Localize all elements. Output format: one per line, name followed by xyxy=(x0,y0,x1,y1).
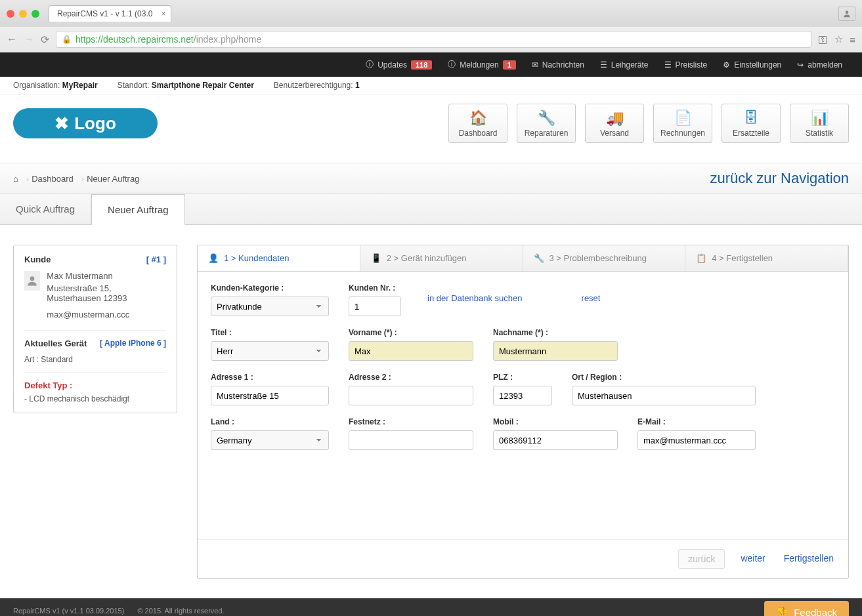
titel-label: Titel : xyxy=(211,328,329,337)
nav-abmelden[interactable]: ↪ abmelden xyxy=(789,52,850,77)
browser-tab[interactable]: RepairCMS v1 - v 1.1 (03.0 × xyxy=(49,5,171,22)
nav-meldungen-label: Meldungen xyxy=(460,60,498,70)
nav-updates-label: Updates xyxy=(377,60,407,70)
breadcrumb-row: ⌂ › Dashboard › Neuer Auftrag zurück zur… xyxy=(0,163,862,194)
addr1-input[interactable] xyxy=(211,386,329,405)
nav-leihgeraete[interactable]: ☰ Leihgeräte xyxy=(592,52,657,77)
nachname-input[interactable] xyxy=(493,341,618,361)
step-1[interactable]: 👤1 > Kundendaten xyxy=(198,245,360,271)
festnetz-input[interactable] xyxy=(349,430,473,450)
menu-icon[interactable]: ≡ xyxy=(850,34,855,45)
mobil-input[interactable] xyxy=(493,430,618,450)
info-icon: ⓘ xyxy=(366,59,374,70)
nav-einstellungen-label: Einstellungen xyxy=(734,60,781,70)
nav-updates[interactable]: ⓘ Updates 118 xyxy=(358,52,440,77)
address-bar[interactable]: 🔒 https://deutsch.repaircms.net/index.ph… xyxy=(56,31,811,48)
vorname-label: Vorname (*) : xyxy=(349,328,473,337)
avatar-icon xyxy=(24,271,40,291)
nav-controls: ← → ⟳ xyxy=(7,33,49,46)
home-icon[interactable]: ⌂ xyxy=(13,174,18,184)
back-icon[interactable]: ← xyxy=(7,33,17,46)
land-select[interactable]: Germany xyxy=(211,430,329,450)
next-button[interactable]: weiter xyxy=(738,549,767,569)
list-icon: ☰ xyxy=(664,60,672,70)
content: Kunde [ #1 ] Max Mustermann Musterstraße… xyxy=(0,225,862,598)
customer-name: Max Mustermann xyxy=(47,271,166,281)
url-path: /index.php/home xyxy=(194,34,262,45)
step-3-label: 3 > Problembeschreibung xyxy=(550,253,647,263)
step-2[interactable]: 📱2 > Gerät hinzufügen xyxy=(360,245,523,271)
url-host: https://deutsch.repaircms.net xyxy=(75,34,194,45)
chart-icon: 📊 xyxy=(811,110,829,127)
back-to-nav-link[interactable]: zurück zur Navigation xyxy=(710,170,849,187)
tile-statistik-label: Statistik xyxy=(806,129,833,138)
finish-button[interactable]: Fertigstellen xyxy=(781,549,836,569)
form-area: Kunden-Kategorie : Privatkunde Kunden Nr… xyxy=(198,272,848,474)
tile-statistik[interactable]: 📊Statistik xyxy=(790,104,849,143)
nav-leihgeraete-label: Leihgeräte xyxy=(611,60,649,70)
category-label: Kunden-Kategorie : xyxy=(211,283,329,293)
maximize-icon[interactable] xyxy=(32,10,39,18)
addr2-label: Adresse 2 : xyxy=(349,373,473,382)
logo[interactable]: ✖ Logo xyxy=(13,108,158,138)
step-3[interactable]: 🔧3 > Problembeschreibung xyxy=(523,245,686,271)
ort-input[interactable] xyxy=(572,386,756,405)
nav-nachrichten[interactable]: ✉ Nachrichten xyxy=(524,52,592,77)
tab-neuer-auftrag[interactable]: Neuer Auftrag xyxy=(91,194,185,225)
category-select[interactable]: Privatkunde xyxy=(211,297,329,316)
vorname-input[interactable] xyxy=(349,341,473,361)
key-icon[interactable]: ⚿ xyxy=(818,34,828,45)
step-2-label: 2 > Gerät hinzufügen xyxy=(387,253,467,263)
tile-reparaturen[interactable]: 🔧Reparaturen xyxy=(517,104,576,143)
sidebar-card: Kunde [ #1 ] Max Mustermann Musterstraße… xyxy=(13,245,177,413)
list-icon: ☰ xyxy=(600,60,607,70)
profile-icon[interactable] xyxy=(838,7,855,21)
sidebar: Kunde [ #1 ] Max Mustermann Musterstraße… xyxy=(13,245,177,579)
nav-meldungen[interactable]: ⓘ Meldungen 1 xyxy=(440,52,524,77)
nav-tiles: 🏠Dashboard 🔧Reparaturen 🚚Versand 📄Rechnu… xyxy=(448,104,849,143)
thumbs-down-icon: 👎 xyxy=(776,606,788,616)
crumb-dashboard[interactable]: Dashboard xyxy=(32,174,74,184)
defekt-item: - LCD mechanisch beschädigt xyxy=(24,394,166,403)
back-button: zurück xyxy=(678,549,725,569)
top-nav: ⓘ Updates 118 ⓘ Meldungen 1 ✉ Nachrichte… xyxy=(0,52,862,77)
reload-icon[interactable]: ⟳ xyxy=(41,33,49,46)
svg-point-0 xyxy=(846,10,849,14)
customer-nr-input[interactable] xyxy=(349,297,401,316)
wizard-steps: 👤1 > Kundendaten 📱2 > Gerät hinzufügen 🔧… xyxy=(198,245,848,272)
tile-dashboard[interactable]: 🏠Dashboard xyxy=(448,104,507,143)
chat-icon: ✉ xyxy=(532,60,538,70)
tab-close-icon[interactable]: × xyxy=(161,9,165,18)
nav-preisliste-label: Preisliste xyxy=(676,60,708,70)
tile-rechnungen-label: Rechnungen xyxy=(660,129,705,138)
loc-value: Smartpthone Repair Center xyxy=(152,81,254,90)
close-icon[interactable] xyxy=(7,10,14,18)
lock-icon: 🔒 xyxy=(62,35,72,44)
nav-einstellungen[interactable]: ⚙ Einstellungen xyxy=(715,52,789,77)
land-label: Land : xyxy=(211,417,329,426)
forward-icon[interactable]: → xyxy=(24,33,34,46)
tab-quick-auftrag[interactable]: Quick Auftrag xyxy=(0,194,91,224)
db-search-link[interactable]: in der Datenbank suchen xyxy=(427,293,523,307)
plz-input[interactable] xyxy=(493,386,552,405)
tile-ersatzteile[interactable]: 🗄Ersatzteile xyxy=(722,104,781,143)
wrench-icon: 🔧 xyxy=(534,253,544,263)
tile-versand-label: Versand xyxy=(600,129,629,138)
step-4[interactable]: 📋4 > Fertigstellen xyxy=(685,245,848,271)
titel-select[interactable]: Herr xyxy=(211,341,329,361)
tile-rechnungen[interactable]: 📄Rechnungen xyxy=(653,104,712,143)
header: ✖ Logo 🏠Dashboard 🔧Reparaturen 🚚Versand … xyxy=(0,94,862,163)
minimize-icon[interactable] xyxy=(19,10,27,18)
star-icon[interactable]: ☆ xyxy=(834,33,843,45)
address-bar-row: ← → ⟳ 🔒 https://deutsch.repaircms.net/in… xyxy=(0,27,862,52)
server-icon: 🗄 xyxy=(744,110,758,127)
email-input[interactable] xyxy=(637,430,756,450)
addr2-input[interactable] xyxy=(349,386,473,405)
tile-versand[interactable]: 🚚Versand xyxy=(585,104,644,143)
addr1-label: Adresse 1 : xyxy=(211,373,329,382)
reset-link[interactable]: reset xyxy=(582,293,601,307)
feedback-button[interactable]: 👎 Feedback xyxy=(764,601,849,616)
nav-preisliste[interactable]: ☰ Preisliste xyxy=(657,52,716,77)
step-1-label: 1 > Kundendaten xyxy=(224,253,289,263)
tools-icon: 🔧 xyxy=(538,110,555,127)
